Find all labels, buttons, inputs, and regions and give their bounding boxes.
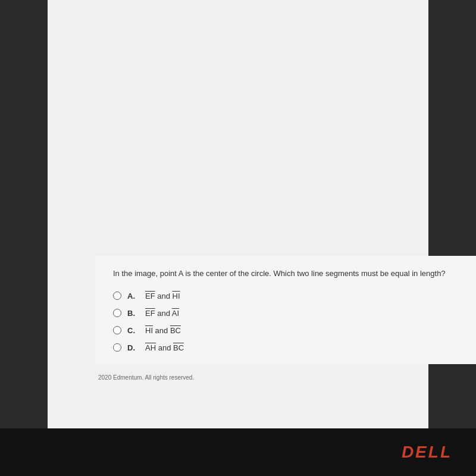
radio-c[interactable]: [113, 326, 121, 334]
option-d-text: AH and BC: [145, 343, 184, 352]
option-c-letter: C.: [127, 326, 139, 335]
option-d[interactable]: D. AH and BC: [113, 343, 458, 352]
option-a-text: EF and HI: [145, 292, 180, 300]
option-b-text: EF and AI: [145, 309, 179, 318]
copyright-text: 2020 Edmentum. All rights reserved.: [98, 374, 194, 381]
option-b[interactable]: B. EF and AI: [113, 309, 458, 318]
question-area: In the image, point A is the center of t…: [95, 256, 476, 364]
content-area: In the image, point A is the center of t…: [48, 0, 428, 428]
option-c-text: HI and BC: [145, 326, 181, 335]
screen: A B C D E F H I In the ima: [0, 0, 476, 476]
dark-right-panel: [428, 0, 476, 428]
options-list: A. EF and HI B. EF and AI C.: [113, 292, 458, 352]
dell-logo: DELL: [402, 443, 452, 462]
radio-b[interactable]: [113, 309, 121, 317]
option-b-letter: B.: [127, 309, 139, 318]
dark-left-panel: [0, 0, 48, 428]
question-text: In the image, point A is the center of t…: [113, 268, 458, 280]
option-c[interactable]: C. HI and BC: [113, 326, 458, 335]
option-d-letter: D.: [127, 343, 139, 352]
radio-a[interactable]: [113, 292, 121, 300]
radio-d[interactable]: [113, 343, 121, 352]
option-a-letter: A.: [127, 292, 139, 300]
option-a[interactable]: A. EF and HI: [113, 292, 458, 300]
dell-branding-bar: DELL: [0, 428, 476, 476]
